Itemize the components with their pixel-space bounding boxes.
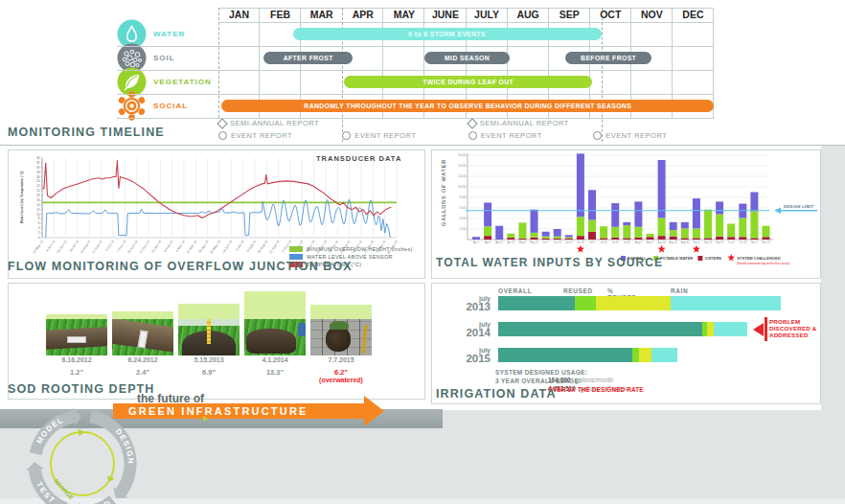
- irrigation-row-label: july2015: [443, 347, 491, 365]
- grid-header-line: [218, 22, 714, 23]
- x-tick-label: May 24: [530, 241, 538, 244]
- grid-dashed-line: [602, 8, 603, 142]
- report-label: EVENT REPORT: [354, 131, 416, 140]
- irrigation-panel-title: IRRIGATION DATA: [436, 387, 557, 401]
- timeline-title: MONITORING TIMELINE: [8, 126, 165, 139]
- y-tick-label: 2: [38, 231, 40, 235]
- month-label-june: JUNE: [424, 8, 466, 22]
- x-tick-label: Jun 28: [577, 241, 584, 244]
- month-label-apr: APR: [342, 8, 383, 22]
- irrigation-bar-segment-overall: [498, 296, 575, 310]
- design-cycle-diagram: MODELDESIGNBUILDTESTMANAGE: [15, 401, 153, 504]
- month-label-mar: MAR: [301, 8, 342, 22]
- x-tick-label: 9-Feb-14: [163, 240, 173, 253]
- x-tick-label: 12-Sep-13: [91, 240, 103, 254]
- x-tick-label: May 6: [519, 241, 527, 244]
- y-tick-label: 0: [38, 236, 40, 240]
- x-tick-label: Jun 7: [542, 241, 549, 244]
- month-label-aug: AUG: [508, 8, 549, 22]
- bar-segment-potable-water: [670, 230, 677, 237]
- cycle-arrowhead: [26, 462, 44, 470]
- bar-segment-cistern: [600, 238, 607, 240]
- bar-segment-rainfall: [531, 210, 538, 233]
- timeline-row-label-water: WATER: [153, 30, 185, 38]
- month-label-nov: NOV: [631, 8, 673, 22]
- photo-ruler: [67, 336, 86, 343]
- water-panel-title: TOTAL WATER INPUTS BY SOURCE: [436, 256, 663, 269]
- semi-annual-report-marker: SEMI-ANNUAL REPORT: [218, 119, 319, 127]
- y-tick-label: 34: [36, 156, 40, 160]
- x-tick-label: Jun 21: [565, 241, 573, 244]
- legend-label: MINIMUM OVERFLOW HEIGHT (inches): [307, 246, 413, 252]
- sod-depth-bar: [310, 305, 372, 319]
- bar-segment-potable-water: [634, 227, 642, 238]
- y-tick-label: 18: [36, 194, 40, 197]
- bar-segment-cistern: [531, 238, 538, 240]
- x-tick-label: Aug 9: [647, 241, 653, 244]
- x-tick-label: 21-Dec-13: [138, 240, 149, 254]
- irrigation-bar-segment-overall: [498, 348, 632, 362]
- irrigation-header-overall: OVERALL: [498, 287, 532, 294]
- diamond-icon: [467, 118, 477, 128]
- y-tick-label: 8: [38, 217, 40, 220]
- bar-segment-potable-water: [704, 210, 712, 239]
- irrigation-bar-segment-rain: [651, 348, 677, 362]
- timeline-row-label-vegetation: VEGETATION: [153, 78, 212, 86]
- legend-swatch: [289, 246, 303, 252]
- bar-segment-potable-water: [727, 224, 735, 238]
- bar-segment-rainfall: [588, 190, 596, 219]
- y-tick-label: 10: [36, 213, 40, 217]
- x-tick-label: 24-Jul-13: [68, 240, 79, 253]
- bar-segment-rainfall: [716, 201, 723, 214]
- section-divider: [0, 145, 845, 146]
- x-tick-label: 1-Nov-13: [116, 240, 126, 253]
- bar-segment-rainfall: [693, 198, 700, 228]
- x-tick-label: Nov 15: [762, 241, 770, 244]
- grid-row-line: [117, 46, 714, 47]
- photo-soil-chunk: [246, 329, 296, 354]
- sod-photo: [178, 319, 240, 355]
- bar-segment-potable-water: [750, 211, 758, 238]
- bar-segment-cistern: [681, 238, 689, 240]
- bar-segment-potable-water: [693, 228, 700, 238]
- circle-icon: [468, 131, 477, 140]
- x-tick-label: Oct 18: [739, 241, 746, 244]
- irrigation-bar-segment-reused: [596, 296, 671, 310]
- bar-segment-potable-water: [658, 218, 666, 236]
- sod-depth-bar: [178, 304, 240, 319]
- x-tick-label: 28-Aug-14: [257, 240, 268, 254]
- sod-photo-date: 7.7.2015: [310, 356, 372, 363]
- x-tick-label: 10-May-13: [32, 240, 44, 255]
- y-tick-label: 14,000: [458, 164, 467, 168]
- report-label: EVENT REPORT: [231, 131, 292, 140]
- bar-segment-cistern: [588, 232, 596, 240]
- month-label-july: JULY: [467, 8, 508, 22]
- bar-segment-cistern: [611, 238, 619, 240]
- design-limit-label: DESIGN LIMIT: [784, 204, 814, 209]
- system-challenged-star: [577, 245, 584, 253]
- sod-photo: [244, 319, 306, 355]
- bar-segment-rainfall: [577, 153, 584, 217]
- x-tick-label: 31-Mar-14: [186, 240, 197, 254]
- timeline-bar-water: 6 to 8 STORM EVENTS: [293, 28, 602, 40]
- x-tick-label: Jul 19: [612, 241, 619, 244]
- bar-segment-cistern: [763, 237, 770, 240]
- bar-segment-cistern: [634, 238, 642, 240]
- timeline-bar-social: RANDOMLY THROUGHOUT THE YEAR TO OBSERVE …: [221, 100, 714, 112]
- x-tick-label: Aug 2: [635, 241, 642, 244]
- x-tick-label: 26-Nov-13: [126, 240, 138, 254]
- cycle-arc: [91, 417, 130, 493]
- legend-label: SYSTEM CHALLENGED: [737, 256, 780, 261]
- x-tick-label: 3-Aug-14: [246, 240, 257, 253]
- y-tick-label: 32: [36, 161, 40, 165]
- sod-note: (overwatered): [303, 377, 379, 383]
- people-table-icon: [117, 91, 147, 121]
- report-label: SEMI-ANNUAL REPORT: [230, 119, 319, 127]
- x-tick-label: Jul 12: [601, 241, 607, 244]
- diamond-icon: [217, 118, 227, 128]
- y-tick-label: 16,000: [458, 153, 467, 157]
- green-infrastructure-label: GREEN INFRASTRUCTURE: [128, 404, 308, 418]
- small-green-caret: [203, 416, 208, 422]
- bar-segment-cistern: [484, 236, 491, 240]
- x-tick-label: Aug 16: [657, 241, 666, 244]
